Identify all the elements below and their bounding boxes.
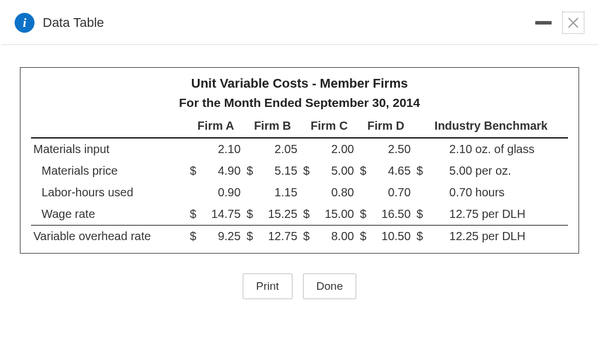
currency-symbol: $: [357, 203, 369, 226]
currency-symbol: $: [244, 203, 256, 226]
currency-symbol: $: [414, 203, 426, 226]
currency-symbol: [357, 182, 369, 203]
currency-symbol: [244, 182, 256, 203]
data-table: Firm A Firm B Firm C Firm D Industry Ben…: [31, 116, 568, 247]
cell-value: 0.80: [312, 182, 357, 203]
minimize-icon[interactable]: [535, 21, 552, 25]
cell-value: 14.75: [199, 203, 244, 226]
print-button[interactable]: Print: [243, 273, 292, 299]
col-benchmark: Industry Benchmark: [414, 116, 568, 138]
row-label: Variable overhead rate: [31, 226, 187, 248]
cell-value: 2.05: [256, 138, 301, 160]
currency-symbol: [414, 182, 426, 203]
cell-value: 5.15: [256, 160, 301, 182]
currency-symbol: $: [187, 226, 199, 248]
table-frame: Unit Variable Costs - Member Firms For t…: [20, 67, 579, 254]
table-row: Wage rate$14.75$15.25$15.00$16.50$12.75 …: [31, 203, 568, 226]
cell-value: 2.00: [312, 138, 357, 160]
currency-symbol: $: [244, 226, 256, 248]
cell-value: 2.10: [199, 138, 244, 160]
benchmark-value: 12.25 per DLH: [426, 226, 568, 248]
cell-value: 4.65: [369, 160, 414, 182]
col-firm-b: Firm B: [244, 116, 301, 138]
table-row: Labor-hours used0.901.150.800.700.70 hou…: [31, 182, 568, 203]
currency-symbol: [187, 138, 199, 160]
currency-symbol: [301, 182, 312, 203]
cell-value: 10.50: [369, 226, 414, 248]
cell-value: 15.00: [312, 203, 357, 226]
currency-symbol: $: [301, 203, 312, 226]
currency-symbol: [357, 138, 369, 160]
table-row: Materials input2.102.052.002.502.10 oz. …: [31, 138, 568, 160]
col-firm-d: Firm D: [357, 116, 414, 138]
benchmark-value: 0.70 hours: [426, 182, 568, 203]
cell-value: 5.00: [312, 160, 357, 182]
currency-symbol: $: [244, 160, 256, 182]
cell-value: 4.90: [199, 160, 244, 182]
header-left: i Data Table: [15, 13, 104, 33]
currency-symbol: $: [301, 226, 312, 248]
row-label: Labor-hours used: [31, 182, 187, 203]
cell-value: 9.25: [199, 226, 244, 248]
currency-symbol: [414, 138, 426, 160]
currency-symbol: $: [301, 160, 312, 182]
cell-value: 0.90: [199, 182, 244, 203]
table-header-row: Firm A Firm B Firm C Firm D Industry Ben…: [31, 116, 568, 138]
row-label: Materials price: [31, 160, 187, 182]
benchmark-value: 5.00 per oz.: [426, 160, 568, 182]
info-icon: i: [15, 13, 35, 33]
close-icon: [566, 16, 580, 30]
col-firm-a: Firm A: [187, 116, 244, 138]
done-button[interactable]: Done: [303, 273, 356, 299]
table-row: Variable overhead rate$9.25$12.75$8.00$1…: [31, 226, 568, 248]
currency-symbol: [244, 138, 256, 160]
cell-value: 12.75: [256, 226, 301, 248]
table-body: Materials input2.102.052.002.502.10 oz. …: [31, 138, 568, 247]
cell-value: 2.50: [369, 138, 414, 160]
close-button[interactable]: [562, 12, 584, 34]
currency-symbol: $: [187, 203, 199, 226]
table-row: Materials price$4.90$5.15$5.00$4.65$5.00…: [31, 160, 568, 182]
currency-symbol: [301, 138, 312, 160]
cell-value: 15.25: [256, 203, 301, 226]
currency-symbol: $: [414, 226, 426, 248]
cell-value: 0.70: [369, 182, 414, 203]
currency-symbol: $: [187, 160, 199, 182]
benchmark-value: 12.75 per DLH: [426, 203, 568, 226]
col-firm-c: Firm C: [301, 116, 357, 138]
dialog-header: i Data Table: [0, 0, 599, 44]
cell-value: 1.15: [256, 182, 301, 203]
row-label: Materials input: [31, 138, 187, 160]
button-row: Print Done: [20, 273, 579, 299]
cell-value: 8.00: [312, 226, 357, 248]
currency-symbol: [187, 182, 199, 203]
currency-symbol: $: [357, 226, 369, 248]
currency-symbol: $: [357, 160, 369, 182]
table-title: Unit Variable Costs - Member Firms: [31, 76, 568, 91]
header-right: [535, 12, 584, 34]
table-subtitle: For the Month Ended September 30, 2014: [31, 96, 568, 110]
benchmark-value: 2.10 oz. of glass: [426, 138, 568, 160]
currency-symbol: $: [414, 160, 426, 182]
content-area: Unit Variable Costs - Member Firms For t…: [0, 45, 599, 311]
cell-value: 16.50: [369, 203, 414, 226]
col-blank: [31, 116, 187, 138]
row-label: Wage rate: [31, 203, 187, 226]
dialog-title: Data Table: [43, 15, 104, 30]
